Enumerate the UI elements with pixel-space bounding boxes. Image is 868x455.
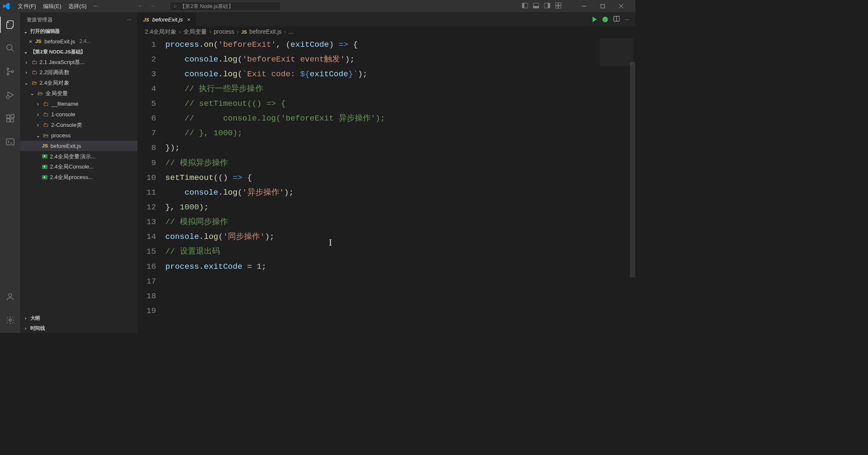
toggle-panel-bottom-icon[interactable] [533, 3, 539, 10]
tree-label: process [51, 132, 71, 139]
maximize-button[interactable] [593, 0, 612, 12]
open-editor-file[interactable]: × JS beforeExit.js 2.4... [20, 36, 137, 47]
more-actions-icon[interactable]: ··· [625, 17, 630, 22]
folder-icon: 🗀 [32, 69, 37, 75]
tree-file[interactable]: 2.4全局Console... [20, 162, 137, 172]
activity-terminal[interactable] [0, 134, 20, 150]
activity-source-control[interactable] [0, 64, 20, 80]
activity-settings[interactable] [0, 312, 20, 328]
js-file-icon: JS [143, 17, 149, 22]
tree-label: 1-console [51, 111, 75, 118]
timeline-section[interactable]: ›时间线 [20, 323, 137, 333]
close-button[interactable] [612, 0, 630, 12]
tree-folder[interactable]: ⌄🗁全局变量 [20, 88, 137, 99]
tree-file[interactable]: 2.4全局process... [20, 172, 137, 182]
breadcrumb-item[interactable]: beforeExit.js [249, 28, 282, 35]
search-icon: ⌕ [174, 3, 177, 9]
chevron-right-icon: › [35, 122, 40, 128]
folder-open-icon: 🗁 [38, 90, 43, 96]
breadcrumb[interactable]: 2.4全局对象› 全局变量› process› JS beforeExit.js… [137, 27, 635, 37]
svg-rect-25 [6, 139, 14, 145]
svg-rect-24 [11, 115, 14, 118]
menu-file[interactable]: 文件(F) [15, 1, 39, 11]
svg-point-17 [7, 73, 9, 75]
chevron-right-icon: › [24, 69, 29, 75]
customize-layout-icon[interactable] [555, 3, 562, 10]
tree-folder[interactable]: ⌄🗁process [20, 130, 137, 141]
chevron-down-icon: ⌄ [35, 132, 40, 139]
svg-line-15 [11, 49, 13, 51]
activity-account[interactable] [0, 289, 20, 305]
image-file-icon [42, 154, 48, 158]
menu-selection[interactable]: 选择(S) [65, 1, 90, 11]
js-file-icon: JS [42, 143, 48, 149]
minimap[interactable] [600, 38, 634, 66]
workspace-header[interactable]: ⌄ 【第2章 NODE.JS基础】 [20, 47, 137, 56]
breadcrumb-item[interactable]: process [214, 28, 234, 35]
svg-rect-7 [559, 3, 561, 5]
tree-folder[interactable]: ⌄🗁2.4全局对象 [20, 78, 137, 88]
titlebar: 文件(F) 编辑(E) 选择(S) ··· ← → ⌕ 【第2章 Node.js… [0, 0, 635, 12]
tree-folder[interactable]: ›🗀1-console [20, 109, 137, 120]
chevron-right-icon: › [23, 325, 28, 331]
js-file-icon: JS [35, 39, 41, 44]
sidebar-title-label: 资源管理器 [27, 16, 53, 23]
folder-open-icon: 🗁 [32, 80, 37, 86]
code-editor[interactable]: 123 456 789 101112 131415 161718 19 proc… [137, 37, 635, 333]
open-file-context: 2.4... [79, 39, 91, 45]
breadcrumb-item[interactable]: 2.4全局对象 [145, 28, 177, 36]
minimize-button[interactable] [575, 0, 593, 12]
toggle-panel-left-icon[interactable] [522, 3, 528, 10]
close-tab-icon[interactable]: × [187, 16, 190, 23]
editor-tab-active[interactable]: JS beforeExit.js × [137, 12, 196, 27]
tree-label: 2.4全局对象 [40, 79, 70, 87]
tree-folder[interactable]: ›🗀2.1 JavaScript基... [20, 57, 137, 67]
tree-file-active[interactable]: JSbeforeExit.js [20, 141, 137, 151]
svg-rect-3 [533, 6, 539, 8]
tree-label: __filename [51, 101, 78, 107]
command-center-search[interactable]: ⌕ 【第2章 Node.js基础】 [170, 2, 281, 10]
close-editor-icon[interactable]: × [29, 38, 32, 45]
svg-rect-11 [601, 4, 605, 8]
chevron-down-icon: ⌄ [23, 49, 28, 55]
workspace-label: 【第2章 NODE.JS基础】 [30, 48, 86, 55]
chevron-right-icon: › [23, 316, 28, 321]
debug-run-icon[interactable] [602, 17, 608, 22]
menu-edit[interactable]: 编辑(E) [40, 1, 64, 11]
tree-folder[interactable]: ›🗀2.2回调函数 [20, 67, 137, 78]
nav-forward-icon[interactable]: → [150, 3, 155, 9]
tree-label: beforeExit.js [51, 143, 81, 149]
run-icon[interactable] [592, 17, 597, 22]
svg-rect-23 [11, 119, 13, 122]
sidebar-more-icon[interactable]: ··· [127, 16, 131, 23]
outline-label: 大纲 [30, 315, 40, 321]
svg-rect-8 [555, 6, 558, 8]
activity-run-debug[interactable] [0, 87, 20, 103]
split-editor-icon[interactable] [613, 16, 620, 23]
tree-folder[interactable]: ›🗀2-Console类 [20, 120, 137, 130]
activity-search[interactable] [0, 40, 20, 56]
editor-area: JS beforeExit.js × ··· 2.4全局对象› 全局变量› pr… [137, 12, 635, 333]
sidebar-explorer: 资源管理器 ··· ⌄ 打开的编辑器 × JS beforeExit.js 2.… [20, 12, 137, 333]
code-content[interactable]: process.on('beforeExit', (exitCode) => {… [165, 37, 635, 333]
outline-section[interactable]: ›大纲 [20, 313, 137, 323]
tree-folder[interactable]: ›🗀__filename [20, 99, 137, 109]
nav-back-icon[interactable]: ← [138, 3, 143, 9]
breadcrumb-item[interactable]: 全局变量 [183, 28, 207, 36]
tree-label: 全局变量 [46, 90, 68, 97]
chevron-down-icon: ⌄ [24, 80, 29, 86]
vertical-scrollbar[interactable] [630, 62, 635, 277]
image-file-icon [42, 175, 48, 179]
activity-explorer[interactable] [0, 17, 20, 33]
activity-extensions[interactable] [0, 110, 20, 126]
image-file-icon [42, 165, 48, 169]
breadcrumb-item[interactable]: ... [289, 28, 294, 35]
menu-more[interactable]: ··· [90, 1, 101, 11]
svg-point-18 [11, 71, 13, 73]
toggle-panel-right-icon[interactable] [544, 3, 550, 10]
open-editors-header[interactable]: ⌄ 打开的编辑器 [20, 27, 137, 36]
timeline-label: 时间线 [30, 325, 45, 331]
tree-label: 2.4全局Console... [50, 163, 94, 171]
tree-label: 2-Console类 [51, 121, 82, 129]
tree-file[interactable]: 2.4全局变量演示... [20, 151, 137, 162]
